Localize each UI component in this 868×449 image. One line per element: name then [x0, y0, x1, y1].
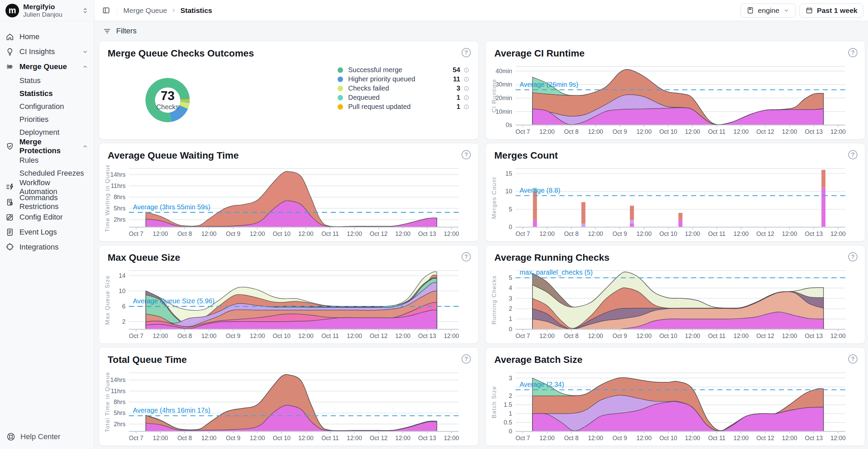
average-reference-label: Average (3hrs 55min 59s): [133, 203, 210, 211]
svg-text:Oct 10: Oct 10: [659, 435, 677, 442]
legend-row-successful-merge: Successful merge54: [338, 65, 469, 75]
legend-dot: [338, 104, 343, 110]
breadcrumb-merge-queue[interactable]: Merge Queue: [123, 6, 167, 15]
svg-text:Oct 13: Oct 13: [418, 230, 436, 237]
svg-text:Oct 11: Oct 11: [322, 333, 339, 339]
svg-text:Oct 8: Oct 8: [564, 128, 579, 135]
sidebar-item-commands-restrictions[interactable]: Commands Restrictions: [0, 195, 94, 210]
legend-dot: [338, 77, 343, 82]
help-icon[interactable]: ?: [848, 48, 857, 57]
info-icon: [463, 95, 469, 101]
legend-row-pull-request-updated: Pull request updated1: [338, 102, 469, 111]
chart-average-batch-size: 00.511.523Oct 712:00Oct 812:00Oct 912:00…: [490, 369, 859, 443]
svg-text:2hrs: 2hrs: [114, 216, 126, 223]
svg-text:5: 5: [509, 206, 512, 213]
svg-text:Oct 7: Oct 7: [515, 128, 530, 135]
sidebar-toggle-button[interactable]: [100, 4, 112, 17]
sidebar-item-configuration[interactable]: Configuration: [0, 100, 94, 113]
svg-text:12:00: 12:00: [395, 435, 410, 442]
svg-text:5hrs: 5hrs: [114, 410, 126, 416]
svg-text:12:00: 12:00: [636, 435, 652, 442]
average-reference-label: max_parallel_checks (5): [520, 269, 593, 276]
help-icon[interactable]: ?: [462, 354, 471, 364]
svg-text:0: 0: [509, 428, 512, 435]
svg-text:Oct 7: Oct 7: [129, 435, 143, 442]
workflow-automation-icon: [5, 183, 14, 192]
filter-lines-icon: [103, 27, 111, 35]
svg-text:Oct 9: Oct 9: [226, 230, 241, 237]
chart-merges-count: 051015Oct 712:00Oct 812:00Oct 912:00Oct …: [490, 165, 859, 239]
sidebar-item-ci-insights[interactable]: CI Insights: [0, 44, 94, 59]
sidebar-item-status[interactable]: Status: [0, 74, 94, 87]
main-area: Merge Queue Statistics engine Past 1 wee…: [94, 0, 868, 449]
bar-segment: [678, 213, 682, 220]
svg-text:12:00: 12:00: [201, 230, 217, 237]
svg-text:Oct 12: Oct 12: [756, 435, 774, 442]
org-switcher[interactable]: m Mergifyio Julien Danjou: [0, 0, 94, 21]
sidebar-item-label: Scheduled Freezes: [19, 169, 84, 178]
svg-text:12:00: 12:00: [588, 435, 603, 442]
legend-value: 3: [456, 84, 460, 92]
svg-text:12:00: 12:00: [347, 230, 362, 237]
legend-label: Checks failed: [348, 84, 456, 92]
user-name: Julien Danjou: [23, 11, 62, 19]
selector-updown-icon: [81, 6, 89, 15]
sidebar-item-rules[interactable]: Rules: [0, 154, 94, 167]
svg-text:6: 6: [122, 303, 125, 310]
svg-text:12:00: 12:00: [636, 128, 652, 135]
sidebar-item-workflow-automation[interactable]: Workflow Automation: [0, 180, 94, 195]
help-icon[interactable]: ?: [462, 252, 471, 261]
svg-text:12:00: 12:00: [636, 230, 652, 237]
sidebar-item-integrations[interactable]: Integrations: [0, 240, 94, 255]
sidebar-item-label: Status: [19, 76, 41, 85]
svg-text:Oct 10: Oct 10: [659, 128, 677, 135]
help-icon[interactable]: ?: [462, 150, 471, 159]
calendar-icon: [805, 6, 813, 14]
bar-segment: [678, 220, 682, 227]
svg-text:Oct 7: Oct 7: [129, 333, 143, 339]
svg-text:12:00: 12:00: [298, 333, 314, 339]
svg-text:Oct 12: Oct 12: [756, 230, 774, 237]
period-selector-button[interactable]: Past 1 week: [800, 3, 863, 18]
sidebar-item-home[interactable]: Home: [0, 29, 94, 44]
help-center-link[interactable]: Help Center: [0, 432, 94, 449]
svg-text:12:00: 12:00: [685, 435, 700, 442]
sidebar-item-priorities[interactable]: Priorities: [0, 113, 94, 126]
svg-text:2hrs: 2hrs: [114, 421, 126, 428]
svg-text:Oct 10: Oct 10: [659, 230, 677, 237]
sidebar-item-label: CI Insights: [19, 47, 55, 56]
svg-text:Oct 7: Oct 7: [515, 230, 530, 237]
card-merge-queue-checks-outcomes: Merge Queue Checks Outcomes?73ChecksSucc…: [99, 41, 479, 140]
legend-value: 1: [456, 94, 460, 101]
bar-segment: [821, 170, 825, 188]
help-icon[interactable]: ?: [848, 252, 857, 261]
svg-text:Oct 10: Oct 10: [273, 435, 291, 442]
y-axis-label: Total Time in Queue: [104, 372, 111, 432]
sidebar-item-scheduled-freezes[interactable]: Scheduled Freezes: [0, 167, 94, 180]
sidebar-item-label: Commands Restrictions: [19, 193, 89, 211]
sidebar-item-event-logs[interactable]: Event Logs: [0, 225, 94, 240]
help-icon[interactable]: ?: [848, 354, 857, 364]
sidebar: m Mergifyio Julien Danjou HomeCI Insight…: [0, 0, 94, 449]
sidebar-item-merge-queue[interactable]: Merge Queue: [0, 59, 94, 74]
chart-average-queue-waiting-time: 2hrs5hrs8hrs11hrs14hrsOct 712:00Oct 812:…: [103, 165, 473, 239]
svg-text:12:00: 12:00: [250, 333, 265, 339]
sidebar-item-statistics[interactable]: Statistics: [0, 87, 94, 100]
svg-text:Oct 11: Oct 11: [708, 333, 726, 339]
help-icon[interactable]: ?: [848, 150, 857, 159]
svg-text:Oct 12: Oct 12: [756, 128, 774, 135]
sidebar-item-label: Integrations: [19, 243, 59, 252]
repo-selector-button[interactable]: engine: [741, 3, 795, 18]
sidebar-item-deployment[interactable]: Deployment: [0, 126, 94, 139]
sidebar-item-config-editor[interactable]: Config Editor: [0, 210, 94, 225]
repo-selector-label: engine: [758, 6, 779, 15]
svg-text:Oct 10: Oct 10: [659, 333, 677, 339]
svg-text:14: 14: [119, 272, 126, 279]
help-icon[interactable]: ?: [462, 48, 471, 57]
filters-button[interactable]: Filters: [99, 21, 865, 41]
sidebar-item-merge-protections[interactable]: Merge Protections: [0, 139, 94, 154]
bar-segment: [582, 224, 586, 227]
y-axis-label: Max Queue Size: [104, 275, 111, 325]
merge-queue-icon: [5, 62, 14, 71]
svg-text:3: 3: [509, 375, 512, 382]
